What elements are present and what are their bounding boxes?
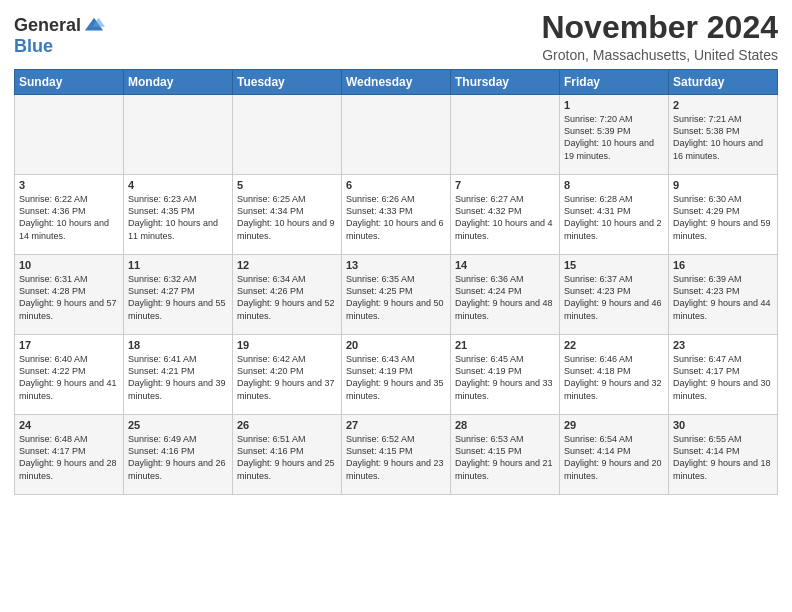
day-info: Sunrise: 7:20 AM Sunset: 5:39 PM Dayligh… [564,113,664,162]
day-info: Sunrise: 6:51 AM Sunset: 4:16 PM Dayligh… [237,433,337,482]
header: General Blue November 2024 Groton, Massa… [14,10,778,63]
day-number: 10 [19,259,119,271]
day-of-week-wednesday: Wednesday [342,70,451,95]
calendar-cell [124,95,233,175]
day-info: Sunrise: 6:46 AM Sunset: 4:18 PM Dayligh… [564,353,664,402]
page: General Blue November 2024 Groton, Massa… [0,0,792,505]
calendar-cell: 19Sunrise: 6:42 AM Sunset: 4:20 PM Dayli… [233,335,342,415]
logo-general-text: General [14,15,81,36]
day-info: Sunrise: 6:35 AM Sunset: 4:25 PM Dayligh… [346,273,446,322]
calendar-cell: 9Sunrise: 6:30 AM Sunset: 4:29 PM Daylig… [669,175,778,255]
calendar-cell: 8Sunrise: 6:28 AM Sunset: 4:31 PM Daylig… [560,175,669,255]
calendar-cell: 21Sunrise: 6:45 AM Sunset: 4:19 PM Dayli… [451,335,560,415]
calendar-cell: 3Sunrise: 6:22 AM Sunset: 4:36 PM Daylig… [15,175,124,255]
day-number: 11 [128,259,228,271]
day-info: Sunrise: 6:36 AM Sunset: 4:24 PM Dayligh… [455,273,555,322]
day-info: Sunrise: 6:39 AM Sunset: 4:23 PM Dayligh… [673,273,773,322]
week-row-1: 1Sunrise: 7:20 AM Sunset: 5:39 PM Daylig… [15,95,778,175]
day-number: 19 [237,339,337,351]
day-number: 16 [673,259,773,271]
calendar-cell: 24Sunrise: 6:48 AM Sunset: 4:17 PM Dayli… [15,415,124,495]
day-info: Sunrise: 6:23 AM Sunset: 4:35 PM Dayligh… [128,193,228,242]
day-info: Sunrise: 6:48 AM Sunset: 4:17 PM Dayligh… [19,433,119,482]
day-info: Sunrise: 6:26 AM Sunset: 4:33 PM Dayligh… [346,193,446,242]
day-number: 2 [673,99,773,111]
calendar-cell: 14Sunrise: 6:36 AM Sunset: 4:24 PM Dayli… [451,255,560,335]
day-number: 17 [19,339,119,351]
day-info: Sunrise: 6:34 AM Sunset: 4:26 PM Dayligh… [237,273,337,322]
week-row-2: 3Sunrise: 6:22 AM Sunset: 4:36 PM Daylig… [15,175,778,255]
day-number: 12 [237,259,337,271]
day-of-week-sunday: Sunday [15,70,124,95]
day-number: 28 [455,419,555,431]
day-info: Sunrise: 6:49 AM Sunset: 4:16 PM Dayligh… [128,433,228,482]
calendar-cell: 22Sunrise: 6:46 AM Sunset: 4:18 PM Dayli… [560,335,669,415]
week-row-4: 17Sunrise: 6:40 AM Sunset: 4:22 PM Dayli… [15,335,778,415]
day-number: 22 [564,339,664,351]
day-info: Sunrise: 7:21 AM Sunset: 5:38 PM Dayligh… [673,113,773,162]
day-info: Sunrise: 6:30 AM Sunset: 4:29 PM Dayligh… [673,193,773,242]
calendar-cell: 2Sunrise: 7:21 AM Sunset: 5:38 PM Daylig… [669,95,778,175]
day-number: 7 [455,179,555,191]
logo: General Blue [14,14,105,57]
day-number: 3 [19,179,119,191]
week-row-5: 24Sunrise: 6:48 AM Sunset: 4:17 PM Dayli… [15,415,778,495]
day-number: 21 [455,339,555,351]
day-number: 27 [346,419,446,431]
calendar-cell: 12Sunrise: 6:34 AM Sunset: 4:26 PM Dayli… [233,255,342,335]
calendar-cell: 15Sunrise: 6:37 AM Sunset: 4:23 PM Dayli… [560,255,669,335]
calendar-header-row: SundayMondayTuesdayWednesdayThursdayFrid… [15,70,778,95]
calendar-cell: 29Sunrise: 6:54 AM Sunset: 4:14 PM Dayli… [560,415,669,495]
day-info: Sunrise: 6:37 AM Sunset: 4:23 PM Dayligh… [564,273,664,322]
calendar-cell: 13Sunrise: 6:35 AM Sunset: 4:25 PM Dayli… [342,255,451,335]
day-number: 8 [564,179,664,191]
calendar-cell: 23Sunrise: 6:47 AM Sunset: 4:17 PM Dayli… [669,335,778,415]
calendar-cell: 28Sunrise: 6:53 AM Sunset: 4:15 PM Dayli… [451,415,560,495]
day-info: Sunrise: 6:31 AM Sunset: 4:28 PM Dayligh… [19,273,119,322]
day-info: Sunrise: 6:40 AM Sunset: 4:22 PM Dayligh… [19,353,119,402]
calendar-cell [233,95,342,175]
logo-icon [83,14,105,36]
day-info: Sunrise: 6:42 AM Sunset: 4:20 PM Dayligh… [237,353,337,402]
day-info: Sunrise: 6:41 AM Sunset: 4:21 PM Dayligh… [128,353,228,402]
day-info: Sunrise: 6:54 AM Sunset: 4:14 PM Dayligh… [564,433,664,482]
day-info: Sunrise: 6:47 AM Sunset: 4:17 PM Dayligh… [673,353,773,402]
calendar-cell: 25Sunrise: 6:49 AM Sunset: 4:16 PM Dayli… [124,415,233,495]
day-number: 15 [564,259,664,271]
calendar-cell: 6Sunrise: 6:26 AM Sunset: 4:33 PM Daylig… [342,175,451,255]
day-number: 13 [346,259,446,271]
day-number: 30 [673,419,773,431]
calendar-cell: 20Sunrise: 6:43 AM Sunset: 4:19 PM Dayli… [342,335,451,415]
calendar-cell: 18Sunrise: 6:41 AM Sunset: 4:21 PM Dayli… [124,335,233,415]
day-number: 26 [237,419,337,431]
month-title: November 2024 [541,10,778,45]
location: Groton, Massachusetts, United States [541,47,778,63]
calendar-cell: 27Sunrise: 6:52 AM Sunset: 4:15 PM Dayli… [342,415,451,495]
day-number: 1 [564,99,664,111]
day-number: 14 [455,259,555,271]
calendar-cell: 10Sunrise: 6:31 AM Sunset: 4:28 PM Dayli… [15,255,124,335]
day-info: Sunrise: 6:55 AM Sunset: 4:14 PM Dayligh… [673,433,773,482]
logo-blue-text: Blue [14,36,53,57]
calendar-cell: 30Sunrise: 6:55 AM Sunset: 4:14 PM Dayli… [669,415,778,495]
calendar-cell: 26Sunrise: 6:51 AM Sunset: 4:16 PM Dayli… [233,415,342,495]
day-info: Sunrise: 6:45 AM Sunset: 4:19 PM Dayligh… [455,353,555,402]
day-of-week-monday: Monday [124,70,233,95]
calendar-cell: 5Sunrise: 6:25 AM Sunset: 4:34 PM Daylig… [233,175,342,255]
day-number: 5 [237,179,337,191]
day-number: 29 [564,419,664,431]
day-number: 6 [346,179,446,191]
calendar-cell: 16Sunrise: 6:39 AM Sunset: 4:23 PM Dayli… [669,255,778,335]
day-info: Sunrise: 6:25 AM Sunset: 4:34 PM Dayligh… [237,193,337,242]
title-block: November 2024 Groton, Massachusetts, Uni… [541,10,778,63]
calendar-cell: 4Sunrise: 6:23 AM Sunset: 4:35 PM Daylig… [124,175,233,255]
day-info: Sunrise: 6:28 AM Sunset: 4:31 PM Dayligh… [564,193,664,242]
calendar-cell: 7Sunrise: 6:27 AM Sunset: 4:32 PM Daylig… [451,175,560,255]
day-info: Sunrise: 6:32 AM Sunset: 4:27 PM Dayligh… [128,273,228,322]
calendar-cell: 11Sunrise: 6:32 AM Sunset: 4:27 PM Dayli… [124,255,233,335]
day-number: 4 [128,179,228,191]
calendar-cell [342,95,451,175]
day-number: 20 [346,339,446,351]
calendar-cell: 1Sunrise: 7:20 AM Sunset: 5:39 PM Daylig… [560,95,669,175]
day-of-week-tuesday: Tuesday [233,70,342,95]
